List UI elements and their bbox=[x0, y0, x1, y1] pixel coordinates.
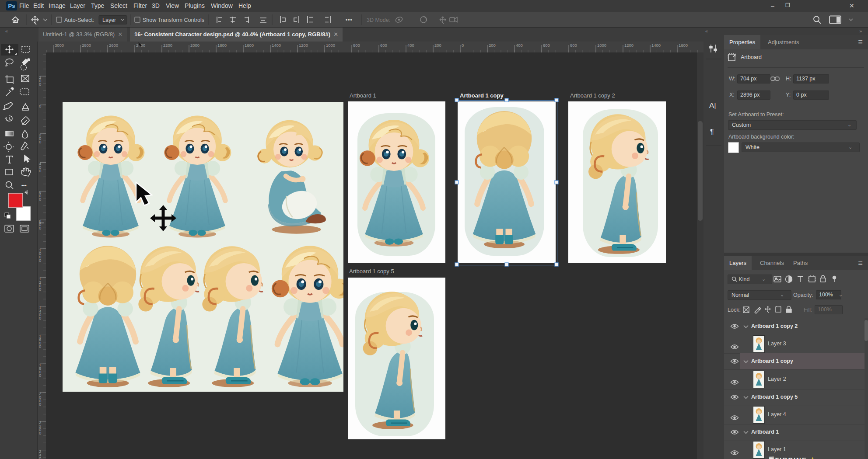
svg-text:Layer: Layer bbox=[102, 17, 116, 23]
svg-text:1200: 1200 bbox=[39, 276, 41, 292]
svg-text:2400: 2400 bbox=[39, 449, 41, 459]
svg-text:Show Transform Controls: Show Transform Controls bbox=[143, 17, 204, 23]
svg-text:1800: 1800 bbox=[39, 362, 41, 378]
svg-text:2600: 2600 bbox=[109, 43, 118, 48]
svg-text:200: 200 bbox=[489, 43, 496, 48]
svg-text:200: 200 bbox=[39, 132, 41, 144]
svg-text:A|: A| bbox=[709, 101, 716, 110]
svg-text:2000: 2000 bbox=[39, 391, 41, 407]
svg-text:1600: 1600 bbox=[679, 43, 688, 48]
svg-text:1400: 1400 bbox=[272, 43, 281, 48]
svg-text:1200: 1200 bbox=[299, 43, 308, 48]
svg-text:1200: 1200 bbox=[624, 43, 634, 48]
svg-text:0: 0 bbox=[39, 104, 41, 108]
svg-text:800: 800 bbox=[353, 43, 360, 48]
svg-text:3D Mode:: 3D Mode: bbox=[367, 17, 390, 23]
svg-text:1000: 1000 bbox=[597, 43, 606, 48]
svg-text:1000: 1000 bbox=[39, 247, 41, 263]
svg-text:1000: 1000 bbox=[326, 43, 335, 48]
svg-text:200: 200 bbox=[434, 43, 441, 48]
svg-text:2200: 2200 bbox=[39, 420, 41, 435]
svg-text:¶: ¶ bbox=[710, 128, 714, 136]
svg-text:1800: 1800 bbox=[217, 43, 227, 48]
svg-text:1600: 1600 bbox=[245, 43, 254, 48]
svg-text:600: 600 bbox=[380, 43, 387, 48]
svg-text:•••: ••• bbox=[21, 183, 27, 188]
svg-text:•••: ••• bbox=[346, 17, 353, 23]
svg-text:600: 600 bbox=[543, 43, 550, 48]
svg-text:1600: 1600 bbox=[39, 334, 41, 349]
svg-text:0: 0 bbox=[462, 43, 464, 48]
svg-text:400: 400 bbox=[39, 161, 41, 173]
svg-text:1400: 1400 bbox=[651, 43, 661, 48]
svg-text:800: 800 bbox=[570, 43, 577, 48]
svg-text:2200: 2200 bbox=[163, 43, 172, 48]
svg-text:800: 800 bbox=[39, 219, 41, 230]
svg-text:Auto-Select:: Auto-Select: bbox=[64, 17, 94, 23]
svg-text:1400: 1400 bbox=[39, 305, 41, 320]
svg-text:600: 600 bbox=[39, 190, 41, 202]
svg-text:3000: 3000 bbox=[55, 43, 64, 48]
svg-text:400: 400 bbox=[516, 43, 523, 48]
svg-text:200: 200 bbox=[39, 75, 41, 87]
svg-text:2800: 2800 bbox=[82, 43, 91, 48]
svg-text:400: 400 bbox=[407, 43, 414, 48]
svg-text:2000: 2000 bbox=[190, 43, 200, 48]
